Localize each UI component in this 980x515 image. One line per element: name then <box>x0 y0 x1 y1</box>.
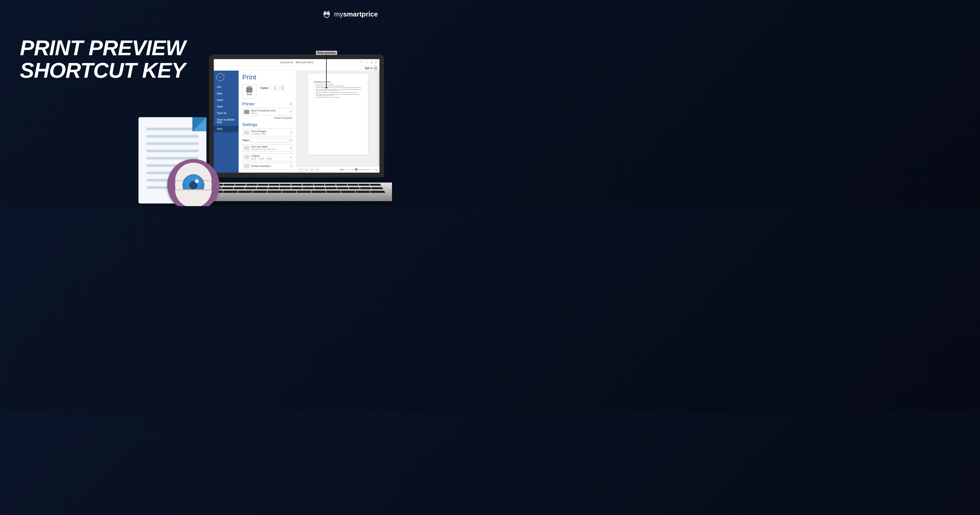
zoom-in-button[interactable]: + <box>372 169 374 171</box>
sign-in-button[interactable]: Sign in <box>364 67 377 70</box>
laptop-illustration: Print preview Document1 - Microsoft Word… <box>196 54 392 206</box>
info-icon[interactable]: i <box>289 139 293 142</box>
pages-input[interactable] <box>251 138 288 142</box>
print-preview-area: 3.2.3 Printing of Documents To print a d… <box>296 71 379 173</box>
svg-point-3 <box>328 13 328 14</box>
current-page-input[interactable] <box>303 168 309 172</box>
word-app-window: Document1 - Microsoft Word ? —▢✕ Sign in… <box>214 59 379 173</box>
page-total: of 1 <box>310 169 314 171</box>
copies-label: Copies: <box>260 86 269 89</box>
sided-icon <box>244 146 249 150</box>
sided-dropdown[interactable]: Print One Sided Only print on one side o… <box>242 144 293 152</box>
page-thumbnail: 3.2.3 Printing of Documents To print a d… <box>308 74 368 155</box>
nav-save-as[interactable]: Save As <box>214 110 239 116</box>
magnifier-icon <box>167 159 220 206</box>
help-icon[interactable]: ? <box>360 61 362 64</box>
nav-save-adobe[interactable]: Save as Adobe PDF <box>214 116 239 126</box>
nav-info[interactable]: Info <box>214 84 239 90</box>
svg-point-2 <box>325 13 326 14</box>
chevron-down-icon: ▾ <box>290 165 291 167</box>
chevron-down-icon: ▾ <box>290 156 291 158</box>
nav-new[interactable]: New <box>214 90 239 97</box>
zoom-slider[interactable] <box>350 169 371 170</box>
printer-properties-link[interactable]: Printer Properties <box>242 116 293 119</box>
window-title: Document1 - Microsoft Word <box>280 61 313 64</box>
avatar-icon <box>374 67 377 70</box>
logo-text-light: my <box>334 10 343 18</box>
callout-arrow <box>326 54 327 88</box>
laptop-keyboard <box>204 183 389 196</box>
orientation-dropdown[interactable]: Portrait Orientation ▾ <box>242 163 293 169</box>
printer-small-icon <box>244 110 249 114</box>
owl-icon <box>322 10 331 19</box>
settings-section-heading: Settings <box>242 123 258 127</box>
hero-title: PRINT PREVIEW SHORTCUT KEY <box>20 37 186 81</box>
preview-footer: ◂ of 1 ▸ 35% — + ⊡ <box>296 166 379 173</box>
info-icon[interactable]: i <box>289 102 293 106</box>
preview-scrollbar[interactable] <box>377 71 379 166</box>
copies-spinner[interactable]: ▴▾ <box>281 86 284 90</box>
print-heading: Print <box>242 73 293 81</box>
nav-open[interactable]: Open <box>214 97 239 103</box>
window-titlebar: Document1 - Microsoft Word ? —▢✕ <box>214 59 379 66</box>
hero-line2: SHORTCUT KEY <box>20 59 186 81</box>
zoom-value: 35% <box>340 169 344 171</box>
print-pages-dropdown[interactable]: Print All Pages The whole thing ▾ <box>242 129 293 136</box>
collated-icon <box>244 155 249 159</box>
nav-print[interactable]: Print <box>214 126 239 132</box>
back-button[interactable]: ← <box>216 73 224 81</box>
logo-text-bold: smartprice <box>343 10 378 18</box>
print-button[interactable]: Print <box>242 85 256 99</box>
callout-label: Print preview <box>316 51 337 55</box>
printer-icon <box>246 88 253 92</box>
collated-dropdown[interactable]: Collated 1,2,3 1,2,3 1,2,3 ▾ <box>242 153 293 161</box>
brand-logo: mysmartprice <box>322 10 378 19</box>
print-settings-panel: Print Print Copies: ▴▾ <box>239 71 296 173</box>
nav-save[interactable]: Save <box>214 103 239 110</box>
document-illustration <box>133 112 214 206</box>
zoom-out-button[interactable]: — <box>346 169 348 171</box>
prev-page-button[interactable]: ◂ <box>298 168 302 172</box>
hero-line1: PRINT PREVIEW <box>20 37 186 59</box>
fit-page-button[interactable]: ⊡ <box>375 169 377 171</box>
chevron-down-icon: ▾ <box>290 147 291 149</box>
pages-label: Pages: <box>242 139 250 142</box>
printer-section-heading: Printer <box>242 102 255 107</box>
pages-icon <box>244 131 249 135</box>
backstage-sidebar: ← Info New Open Save Save As Save as Ado… <box>214 71 239 173</box>
copies-input[interactable] <box>270 86 279 90</box>
window-controls[interactable]: —▢✕ <box>364 61 378 64</box>
orientation-icon <box>244 164 249 168</box>
printer-dropdown[interactable]: Send To OneNote 2013 Ready ▾ <box>242 108 293 116</box>
chevron-down-icon: ▾ <box>290 111 291 113</box>
chevron-down-icon: ▾ <box>290 131 291 134</box>
next-page-button[interactable]: ▸ <box>315 168 319 172</box>
doc-heading: 3.2.3 Printing of Documents <box>313 81 362 83</box>
